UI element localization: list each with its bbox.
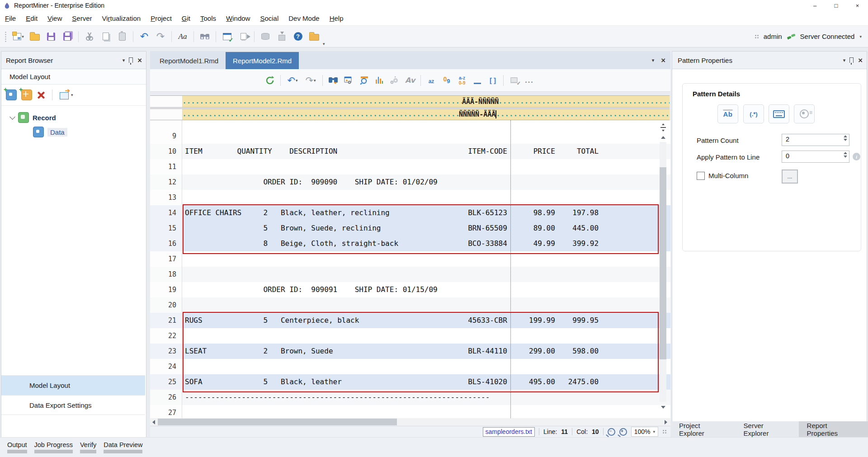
new-model-button[interactable]: ▾ (12, 30, 25, 43)
panel-close-icon[interactable]: × (137, 57, 142, 64)
doc-line-20[interactable]: 20 (150, 297, 670, 313)
menu-git[interactable]: Git (177, 14, 195, 22)
run-models-button[interactable] (236, 30, 250, 43)
menu-project[interactable]: Project (146, 14, 177, 22)
menu-tools[interactable]: Tools (195, 14, 221, 22)
pattern-count-input[interactable]: 2 (782, 134, 849, 146)
doc-line-13[interactable]: 13 (150, 190, 670, 205)
find-button[interactable] (198, 30, 212, 43)
spin-down-icon[interactable] (844, 155, 847, 158)
panel-menu-icon[interactable]: ▾ (123, 57, 125, 63)
tab-project-explorer[interactable]: Project Explorer (671, 421, 736, 437)
doc-line-19[interactable]: 19 ORDER ID: 909091 SHIP DATE: 01/15/09 (150, 282, 670, 297)
tab-close-icon[interactable]: × (660, 57, 666, 64)
pin-icon[interactable] (129, 57, 133, 63)
menu-window[interactable]: Window (221, 14, 255, 22)
status-overflow[interactable]: ▾ (859, 34, 862, 39)
redo-change-button[interactable]: ↷▾ (303, 74, 318, 87)
doc-line-14[interactable]: 14OFFICE CHAIRS 2 Black, leather, reclin… (150, 205, 670, 221)
menu-social[interactable]: Social (255, 14, 283, 22)
add-data-region-button[interactable] (6, 90, 17, 100)
menu-file[interactable]: File (0, 14, 21, 22)
doc-line-22[interactable]: 22 (150, 328, 670, 344)
field-list-button[interactable] (508, 74, 520, 87)
data-node-label[interactable]: Data (47, 128, 67, 137)
report-document-view[interactable]: 9 10ITEM QUANTITY DESCRIPTION ITEM-CODE … (150, 120, 670, 418)
font-button[interactable]: Aa (176, 30, 189, 43)
scroll-right-button[interactable] (662, 418, 670, 426)
verify-button[interactable] (220, 30, 234, 43)
chevron-down-icon[interactable] (9, 114, 15, 120)
doc-line-10[interactable]: 10ITEM QUANTITY DESCRIPTION ITEM-CODE PR… (150, 144, 670, 159)
resize-grip[interactable] (662, 429, 667, 434)
copy-button[interactable] (99, 30, 113, 43)
menu-server[interactable]: Server (67, 14, 97, 22)
open-button[interactable] (28, 30, 42, 43)
pattern-2-text[interactable]: ÑÑÑÑÑ-ÃÃÃ (459, 110, 495, 118)
nav-model-layout[interactable]: Model Layout (1, 375, 145, 395)
paste-button[interactable] (115, 30, 129, 43)
doc-line-27[interactable]: 27 (150, 405, 670, 418)
keyboard-pattern-button[interactable] (769, 104, 789, 123)
horizontal-scroll-thumb[interactable] (158, 419, 397, 425)
panel-menu-icon[interactable]: ▾ (843, 57, 846, 63)
save-all-button[interactable] (61, 30, 74, 43)
scroll-left-button[interactable] (150, 418, 157, 426)
tab-server-explorer[interactable]: Server Explorer (736, 421, 799, 437)
deploy-button[interactable] (275, 30, 288, 43)
split-editor-handle[interactable] (660, 123, 667, 132)
tab-verify[interactable]: Verify (80, 441, 96, 453)
doc-line-17[interactable]: 17 (150, 251, 670, 267)
spin-up-icon[interactable] (844, 152, 847, 154)
auto-create-fields-button[interactable] (388, 74, 401, 87)
tree-node-record[interactable]: Record (10, 112, 146, 123)
minimize-button[interactable]: – (804, 0, 826, 11)
spin-up-icon[interactable] (844, 135, 847, 137)
regex-pattern-button[interactable]: (.*) (743, 104, 764, 123)
doc-line-15[interactable]: 15 5 Brown, Suede, reclining BRN-65509 8… (150, 221, 670, 236)
doc-line-26[interactable]: 26--------------------------------------… (150, 390, 670, 405)
pattern-row-2[interactable]: ÑÑÑÑÑ-ÃÃÃ (150, 108, 670, 120)
menu-view[interactable]: View (42, 14, 67, 22)
tab-job-progress[interactable]: Job Progress (34, 441, 73, 453)
font-style-button[interactable]: Av (404, 74, 416, 87)
menu-virtualization[interactable]: Virtualization (97, 14, 146, 22)
zoom-level-select[interactable]: 100%▾ (631, 427, 658, 437)
sort-alpha-button[interactable]: az (425, 74, 438, 87)
refresh-button[interactable] (264, 74, 276, 87)
multi-column-checkbox[interactable] (697, 172, 705, 180)
help-button[interactable]: ? (291, 30, 305, 43)
tree-node-data[interactable]: Data (33, 127, 146, 137)
auto-pattern-button[interactable] (794, 104, 815, 123)
maximize-button[interactable]: □ (826, 0, 847, 11)
source-file-chip[interactable]: sampleorders.txt (483, 427, 535, 437)
close-button[interactable]: × (847, 0, 868, 11)
doc-line-25[interactable]: 25SOFA 5 Black, leather BLS-41020 495.00… (150, 374, 670, 390)
doc-line-18[interactable]: 18 (150, 267, 670, 282)
nav-data-export-settings[interactable]: Data Export Settings (1, 395, 145, 415)
doc-line-21[interactable]: 21RUGS 5 Centerpiece, black 45633-CBR 19… (150, 313, 670, 328)
multi-column-more-button[interactable]: ... (782, 170, 798, 184)
tab-reportmodel2[interactable]: ReportModel2.Rmd (226, 52, 299, 69)
vertical-scroll-thumb[interactable] (660, 167, 666, 359)
pattern-1-text[interactable]: ÃÃÃ-ÑÑÑÑÑ (462, 98, 499, 106)
text-pattern-button[interactable]: Ab (717, 104, 738, 123)
tab-data-preview[interactable]: Data Preview (104, 441, 142, 453)
tab-reportmodel1[interactable]: ReportModel1.Rmd (152, 52, 226, 69)
blank-space-button[interactable] (471, 74, 484, 87)
more-options-button[interactable]: ... (523, 74, 536, 87)
browse-button[interactable] (307, 30, 321, 43)
sort-numeric-button[interactable]: 09 (440, 74, 453, 87)
zoom-in-icon[interactable] (619, 428, 627, 436)
tab-list-icon[interactable]: ▾ (652, 57, 655, 63)
doc-line-12[interactable]: 12 ORDER ID: 909090 SHIP DATE: 01/02/09 (150, 174, 670, 190)
toolbar-overflow[interactable]: ▾ (323, 42, 325, 46)
pattern-row-1[interactable]: ÃÃÃ-ÑÑÑÑÑ (150, 95, 670, 108)
doc-line-16[interactable]: 16 8 Beige, Cloth, straight-back BCO-338… (150, 236, 670, 251)
undo-change-button[interactable]: ↶▾ (285, 74, 300, 87)
spin-down-icon[interactable] (844, 139, 847, 141)
apply-pattern-input[interactable]: 0 (782, 151, 849, 163)
cut-button[interactable] (83, 30, 96, 43)
export-button[interactable]: ▾ (60, 90, 73, 99)
doc-line-24[interactable]: 24 (150, 359, 670, 374)
